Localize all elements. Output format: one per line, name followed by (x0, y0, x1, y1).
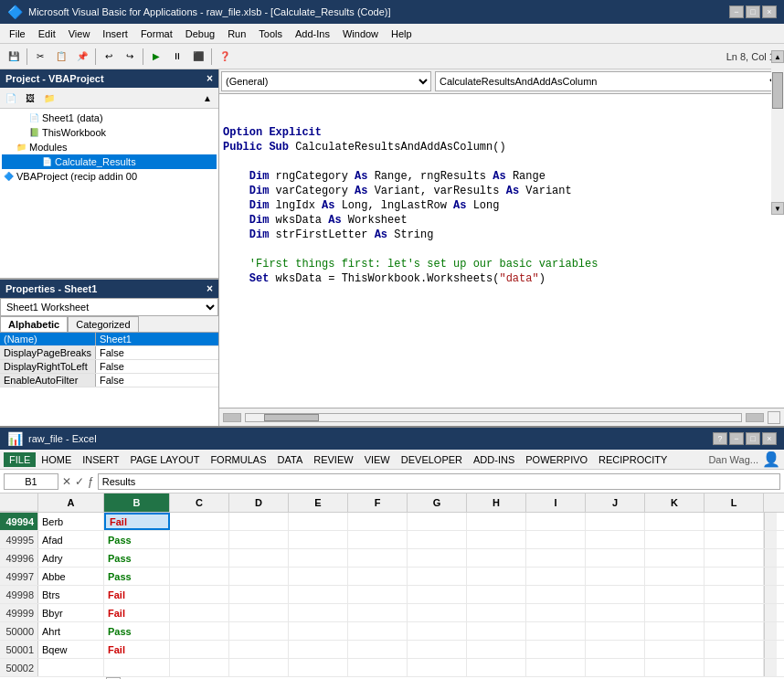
cell-c[interactable] (170, 604, 229, 621)
menu-file[interactable]: File (4, 27, 31, 41)
menu-addins[interactable]: Add-Ins (290, 27, 335, 41)
cell-b[interactable]: Pass (104, 568, 170, 585)
tab-review[interactable]: REVIEW (308, 452, 358, 467)
cell-f[interactable] (348, 586, 408, 603)
col-header-g[interactable]: G (408, 493, 467, 512)
cell-i[interactable] (526, 586, 586, 603)
cell-g[interactable] (408, 586, 467, 603)
cell-reference-input[interactable] (4, 473, 58, 490)
cell-b[interactable] (104, 659, 170, 676)
cell-c[interactable] (170, 641, 229, 658)
cell-g[interactable] (408, 622, 467, 640)
cell-d[interactable] (229, 568, 289, 585)
prop-row-displaypagebreaks[interactable]: DisplayPageBreaks False (0, 346, 218, 360)
tab-developer[interactable]: DEVELOPER (396, 452, 468, 467)
excel-minimize-btn[interactable]: − (729, 432, 744, 445)
cell-f[interactable] (348, 659, 408, 676)
cell-c[interactable] (170, 513, 229, 530)
project-close-btn[interactable]: × (207, 72, 213, 85)
cell-j[interactable] (586, 586, 645, 603)
prop-row-name[interactable]: (Name) Sheet1 (0, 333, 218, 346)
cell-h[interactable] (467, 513, 526, 530)
cell-g[interactable] (408, 531, 467, 548)
cell-k[interactable] (645, 604, 705, 621)
formula-insert-icon[interactable]: ƒ (88, 475, 94, 488)
cell-d[interactable] (229, 641, 289, 658)
toolbar-stop-btn[interactable]: ⬛ (188, 47, 208, 67)
cell-d[interactable] (229, 513, 289, 530)
cell-c[interactable] (170, 531, 229, 548)
cell-i[interactable] (526, 622, 586, 640)
cell-b[interactable]: Pass (104, 549, 170, 567)
col-header-e[interactable]: E (289, 493, 348, 512)
col-header-h[interactable]: H (467, 493, 526, 512)
prop-row-enableautofilter[interactable]: EnableAutoFilter False (0, 374, 218, 387)
cell-b[interactable]: Fail (104, 513, 170, 530)
tab-reciprocity[interactable]: RECIPROCITY (593, 452, 673, 467)
excel-restore-btn[interactable]: □ (746, 432, 760, 445)
cell-h[interactable] (467, 604, 526, 621)
cell-b[interactable]: Fail (104, 586, 170, 603)
menu-format[interactable]: Format (135, 27, 178, 41)
cell-l[interactable] (705, 531, 764, 548)
cell-c[interactable] (170, 659, 229, 676)
menu-run[interactable]: Run (222, 27, 251, 41)
menu-view[interactable]: View (63, 27, 96, 41)
toolbar-run-btn[interactable]: ▶ (146, 47, 166, 67)
cell-c[interactable] (170, 586, 229, 603)
cell-l[interactable] (705, 659, 764, 676)
cell-k[interactable] (645, 659, 705, 676)
cell-i[interactable] (526, 604, 586, 621)
cell-f[interactable] (348, 549, 408, 567)
col-header-l[interactable]: L (705, 493, 764, 512)
formula-input[interactable] (98, 473, 780, 490)
col-header-d[interactable]: D (229, 493, 289, 512)
tab-file[interactable]: FILE (4, 452, 36, 467)
toolbar-undo-btn[interactable]: ↩ (99, 47, 119, 67)
cell-g[interactable] (408, 549, 467, 567)
toolbar-paste-btn[interactable]: 📌 (72, 47, 92, 67)
cell-j[interactable] (586, 622, 645, 640)
tree-item-sheet1[interactable]: 📄 Sheet1 (data) (2, 111, 217, 125)
cell-b[interactable]: Pass (104, 531, 170, 548)
vba-minimize-btn[interactable]: − (729, 5, 744, 18)
cell-j[interactable] (586, 604, 645, 621)
cell-d[interactable] (229, 604, 289, 621)
cell-i[interactable] (526, 659, 586, 676)
menu-tools[interactable]: Tools (253, 27, 288, 41)
tab-alphabetic[interactable]: Alphabetic (0, 316, 68, 332)
cell-g[interactable] (408, 513, 467, 530)
tree-item-thisworkbook[interactable]: 📗 ThisWorkbook (2, 125, 217, 140)
tree-item-calculate[interactable]: 📄 Calculate_Results (2, 154, 217, 169)
corner-resize[interactable] (768, 411, 780, 424)
cell-a[interactable]: Adry (38, 549, 104, 567)
col-header-j[interactable]: J (586, 493, 645, 512)
cell-k[interactable] (645, 549, 705, 567)
col-header-k[interactable]: K (645, 493, 705, 512)
cell-j[interactable] (586, 513, 645, 530)
cell-l[interactable] (705, 549, 764, 567)
tab-page-layout[interactable]: PAGE LAYOUT (124, 452, 205, 467)
cell-h[interactable] (467, 641, 526, 658)
cell-j[interactable] (586, 531, 645, 548)
cell-k[interactable] (645, 622, 705, 640)
cell-e[interactable] (289, 549, 348, 567)
cell-e[interactable] (289, 513, 348, 530)
code-scroll-left[interactable] (223, 413, 241, 422)
toolbar-copy-btn[interactable]: 📋 (51, 47, 71, 67)
proj-view-obj-btn[interactable]: 🖼 (21, 90, 39, 106)
formula-cancel-icon[interactable]: ✕ (62, 475, 71, 488)
code-scroll-right[interactable] (746, 413, 764, 422)
menu-debug[interactable]: Debug (180, 27, 220, 41)
menu-insert[interactable]: Insert (97, 27, 133, 41)
vba-close-btn[interactable]: × (762, 5, 777, 18)
cell-l[interactable] (705, 604, 764, 621)
cell-j[interactable] (586, 641, 645, 658)
cell-l[interactable] (705, 641, 764, 658)
cell-l[interactable] (705, 568, 764, 585)
tree-item-vbaproject[interactable]: 🔷 VBAProject (recip addin 00 (2, 169, 217, 184)
cell-f[interactable] (348, 568, 408, 585)
cell-k[interactable] (645, 641, 705, 658)
cell-c[interactable] (170, 622, 229, 640)
menu-window[interactable]: Window (337, 27, 384, 41)
